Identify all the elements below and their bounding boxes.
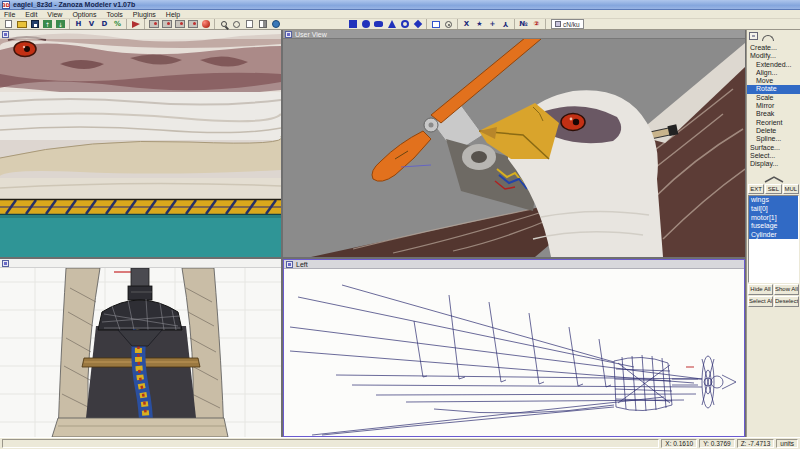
uv-mapper-icon[interactable]: ② [530, 19, 543, 30]
deselect-button[interactable]: Deselect [774, 296, 799, 307]
export-icon[interactable]: ↓ [54, 19, 67, 30]
menu-plugins[interactable]: Plugins [133, 11, 156, 18]
object-cylinder[interactable]: Cylinder [749, 231, 798, 240]
title-bar[interactable]: 3D eaglei_8z3d - Zanoza Modeler v1.07b [0, 0, 800, 10]
material-sphere-icon[interactable] [199, 19, 212, 30]
pan-icon[interactable] [230, 19, 243, 30]
sidebar-icon-row [747, 30, 800, 42]
cmd-select[interactable]: Select... [747, 152, 800, 160]
viewport-user-view[interactable]: User View [283, 30, 745, 257]
viewport-bottom-left-menu-icon[interactable] [2, 260, 9, 267]
selection-button-row: Select All Deselect [747, 296, 800, 307]
user-view-canvas[interactable] [283, 39, 745, 257]
primitive-sphere-icon[interactable] [359, 19, 372, 30]
render-settings-icon[interactable] [186, 19, 199, 30]
viewport-user-view-header[interactable]: User View [283, 30, 745, 39]
import-icon[interactable]: ↑ [41, 19, 54, 30]
cmd-delete[interactable]: Delete [747, 127, 800, 135]
cmd-display[interactable]: Display... [747, 160, 800, 168]
split-view-icon[interactable] [256, 19, 269, 30]
cmd-surface[interactable]: Surface... [747, 144, 800, 152]
render-view-icon[interactable] [147, 19, 160, 30]
primitive-torus-icon[interactable] [398, 19, 411, 30]
menu-file[interactable]: File [4, 11, 15, 18]
primitive-box-icon[interactable] [346, 19, 359, 30]
viewport-bottom-left[interactable] [0, 259, 281, 437]
shape-rectangle-icon[interactable] [429, 19, 442, 30]
sidebar-grid-icon[interactable] [749, 32, 758, 40]
menu-tools[interactable]: Tools [107, 11, 123, 18]
sidebar-arc-icon[interactable] [762, 35, 774, 41]
cmd-extended[interactable]: Extended... [747, 61, 800, 69]
select-all-button[interactable]: Select All [748, 296, 773, 307]
command-sidebar: Create... Modify... Extended... Align...… [746, 30, 800, 437]
status-y: Y: 0.3769 [699, 439, 734, 448]
tab-mul[interactable]: MUL [783, 184, 799, 194]
cmd-modify[interactable]: Modify... [747, 52, 800, 60]
menu-help[interactable]: Help [166, 11, 180, 18]
display-toggle-button[interactable]: D [98, 19, 111, 30]
vertex-toggle-button[interactable]: V [85, 19, 98, 30]
tool-figure-icon[interactable]: Y [499, 19, 512, 30]
panel-collapse-button[interactable] [747, 176, 800, 183]
render-scene-icon[interactable] [160, 19, 173, 30]
tool-delete-icon[interactable]: X [460, 19, 473, 30]
object-motor[interactable]: motor[1] [749, 214, 798, 223]
status-z: Z: -7.4713 [737, 439, 775, 448]
numero-icon[interactable]: № [517, 19, 530, 30]
viewport-left-header[interactable]: Left [284, 260, 744, 269]
cmd-spline[interactable]: Spline... [747, 135, 800, 143]
cmd-create[interactable]: Create... [747, 44, 800, 52]
open-folder-icon[interactable] [15, 19, 28, 30]
visibility-button-row: Hide All Show All [747, 284, 800, 295]
texture-view-canvas[interactable] [0, 30, 281, 257]
cmd-break[interactable]: Break [747, 110, 800, 118]
cmd-scale[interactable]: Scale [747, 94, 800, 102]
viewport-left-label: Left [296, 261, 308, 268]
menu-options[interactable]: Options [72, 11, 96, 18]
page-view-icon[interactable] [243, 19, 256, 30]
viewport-top-left-header[interactable] [0, 30, 281, 39]
hide-all-button[interactable]: Hide All [748, 284, 773, 295]
tab-sel[interactable]: SEL [765, 184, 781, 194]
cmd-mirror[interactable]: Mirror [747, 102, 800, 110]
save-icon[interactable] [28, 19, 41, 30]
show-all-button[interactable]: Show All [774, 284, 799, 295]
object-wings[interactable]: wings [749, 196, 798, 205]
hide-toggle-button[interactable]: H [72, 19, 85, 30]
primitive-cylinder-icon[interactable] [372, 19, 385, 30]
object-tail[interactable]: tail[0] [749, 205, 798, 214]
new-file-icon[interactable] [2, 19, 15, 30]
snap-icon[interactable]: % [111, 19, 124, 30]
cmd-move[interactable]: Move [747, 77, 800, 85]
viewport-top-left-menu-icon[interactable] [2, 31, 9, 38]
motor-view-canvas[interactable] [0, 268, 281, 437]
menu-edit[interactable]: Edit [25, 11, 37, 18]
cmd-reorient[interactable]: Reorient [747, 119, 800, 127]
angle-flag-icon[interactable] [129, 19, 142, 30]
tool-axes-icon[interactable]: + [486, 19, 499, 30]
zoom-icon[interactable] [217, 19, 230, 30]
tab-ext[interactable]: EXT [748, 184, 764, 194]
render-target-icon[interactable] [173, 19, 186, 30]
viewport-top-left[interactable] [0, 30, 281, 257]
object-list[interactable]: wings tail[0] motor[1] fuselage Cylinder [748, 195, 799, 283]
left-view-canvas[interactable] [284, 269, 744, 436]
filter-combo[interactable]: cN/ku [551, 19, 584, 29]
object-fuselage[interactable]: fuselage [749, 222, 798, 231]
world-icon[interactable] [269, 19, 282, 30]
viewport-left-menu-icon[interactable] [286, 261, 293, 268]
cmd-align[interactable]: Align... [747, 69, 800, 77]
menu-view[interactable]: View [47, 11, 62, 18]
main-toolbar: ↑ ↓ H V D % X ★ + Y № [0, 19, 800, 30]
app-icon: 3D [2, 1, 10, 9]
cmd-rotate[interactable]: Rotate [747, 85, 800, 93]
viewport-user-view-menu-icon[interactable] [285, 31, 292, 38]
primitive-diamond-icon[interactable] [411, 19, 424, 30]
command-list: Create... Modify... Extended... Align...… [747, 44, 800, 168]
viewport-left[interactable]: Left [283, 259, 745, 437]
shape-circle-icon[interactable] [442, 19, 455, 30]
tool-star-icon[interactable]: ★ [473, 19, 486, 30]
primitive-cone-icon[interactable] [385, 19, 398, 30]
viewport-bottom-left-header[interactable] [0, 259, 281, 268]
